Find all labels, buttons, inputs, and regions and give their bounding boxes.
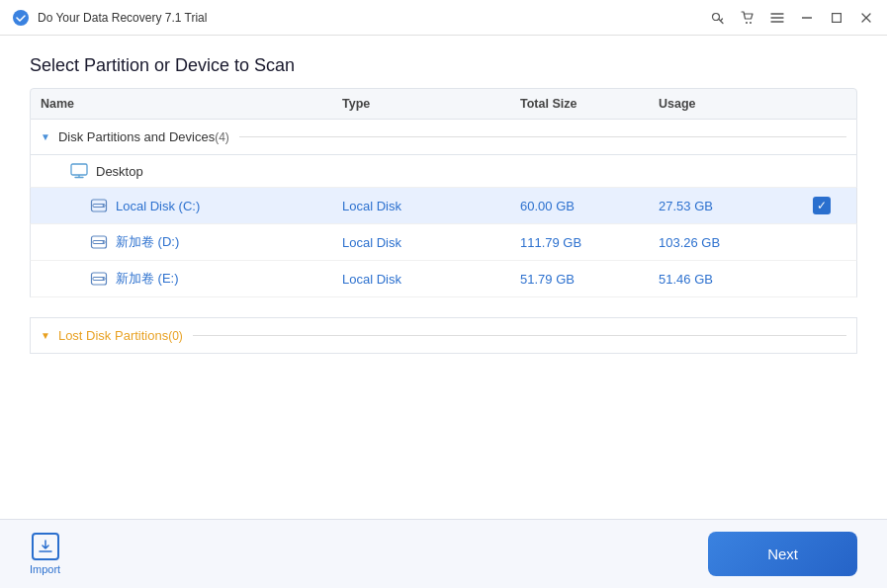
disk-drive-icon [90, 271, 108, 287]
disk-d-name: 新加卷 (D:) [90, 233, 342, 251]
svg-point-2 [746, 22, 748, 24]
disk-c-total-size: 60.00 GB [520, 199, 659, 213]
import-icon [32, 533, 59, 560]
disk-row-c[interactable]: Local Disk (C:) Local Disk 60.00 GB 27.5… [30, 188, 857, 224]
desktop-icon [70, 163, 88, 179]
disk-drive-icon [90, 234, 108, 250]
maximize-button[interactable] [828, 9, 845, 27]
disk-d-usage: 103.26 GB [659, 235, 797, 250]
disk-d-type: Local Disk [342, 235, 520, 250]
desktop-label: Desktop [96, 164, 143, 179]
disk-c-name: Local Disk (C:) [90, 198, 342, 213]
lost-expand-arrow-icon: ▼ [41, 330, 50, 341]
disk-row-e[interactable]: 新加卷 (E:) Local Disk 51.79 GB 51.46 GB [30, 261, 857, 297]
table-header: Name Type Total Size Usage [30, 88, 857, 120]
svg-rect-11 [71, 164, 87, 175]
lost-partitions-section: ▼ Lost Disk Partitions (0) [30, 317, 857, 354]
cart-icon [741, 11, 754, 25]
maximize-icon [832, 13, 842, 23]
titlebar: Do Your Data Recovery 7.1 Trial [0, 0, 887, 36]
col-select [797, 97, 846, 111]
lost-partitions-label: Lost Disk Partitions [58, 328, 168, 343]
disk-e-name: 新加卷 (E:) [90, 270, 342, 288]
col-usage: Usage [659, 97, 797, 111]
section-divider [239, 136, 846, 137]
bottom-bar: Import Next [0, 519, 887, 588]
svg-rect-8 [833, 13, 842, 22]
minimize-icon [802, 17, 812, 19]
disk-row-d[interactable]: 新加卷 (D:) Local Disk 111.79 GB 103.26 GB [30, 224, 857, 261]
close-button[interactable] [857, 9, 875, 27]
key-button[interactable] [709, 9, 727, 27]
app-title: Do Your Data Recovery 7.1 Trial [38, 11, 709, 25]
disk-c-checkbox[interactable]: ✓ [797, 197, 846, 214]
cart-button[interactable] [739, 9, 756, 27]
minimize-button[interactable] [798, 9, 816, 27]
lost-section-divider [193, 335, 846, 336]
menu-icon [770, 12, 784, 24]
disk-c-usage: 27.53 GB [659, 199, 797, 213]
svg-point-3 [750, 22, 752, 24]
disk-e-type: Local Disk [342, 272, 520, 287]
disk-c-type: Local Disk [342, 199, 520, 213]
next-button[interactable]: Next [708, 532, 857, 576]
svg-point-16 [103, 205, 105, 207]
svg-point-0 [13, 10, 29, 26]
col-total-size: Total Size [520, 97, 659, 111]
app-icon [12, 9, 30, 27]
lost-partitions-count: (0) [168, 329, 183, 343]
disk-e-total-size: 51.79 GB [520, 272, 659, 287]
import-label: Import [30, 563, 60, 575]
main-content: Select Partition or Device to Scan Name … [0, 36, 887, 519]
lost-partitions-section-header[interactable]: ▼ Lost Disk Partitions (0) [30, 317, 857, 354]
disk-partitions-count: (4) [215, 130, 229, 144]
disk-e-usage: 51.46 GB [659, 272, 797, 287]
expand-arrow-icon: ▼ [41, 131, 50, 142]
disk-drive-icon [90, 198, 108, 213]
desktop-group-row: Desktop [30, 155, 857, 188]
menu-button[interactable] [768, 9, 786, 27]
table-container: Name Type Total Size Usage ▼ Disk Partit… [0, 88, 887, 519]
key-icon [711, 11, 725, 25]
disk-d-total-size: 111.79 GB [520, 235, 659, 250]
download-icon [38, 539, 53, 554]
close-icon [861, 13, 871, 23]
import-button[interactable]: Import [30, 533, 60, 575]
page-title: Select Partition or Device to Scan [0, 36, 887, 88]
col-name: Name [41, 97, 342, 111]
col-type: Type [342, 97, 520, 111]
disk-partitions-section-header[interactable]: ▼ Disk Partitions and Devices (4) [30, 120, 857, 155]
svg-point-19 [103, 241, 105, 243]
svg-point-22 [103, 278, 105, 280]
checked-icon: ✓ [813, 197, 831, 214]
disk-partitions-label: Disk Partitions and Devices [58, 129, 215, 144]
window-controls [709, 9, 875, 27]
